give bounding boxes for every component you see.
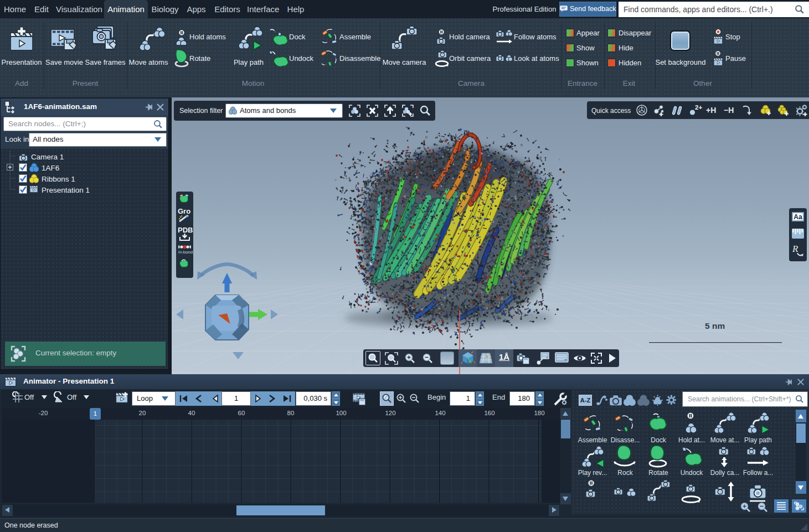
svg-text:2+: 2+ xyxy=(695,104,702,111)
svg-text:−H: −H xyxy=(724,106,734,115)
svg-text:+H: +H xyxy=(706,106,716,115)
